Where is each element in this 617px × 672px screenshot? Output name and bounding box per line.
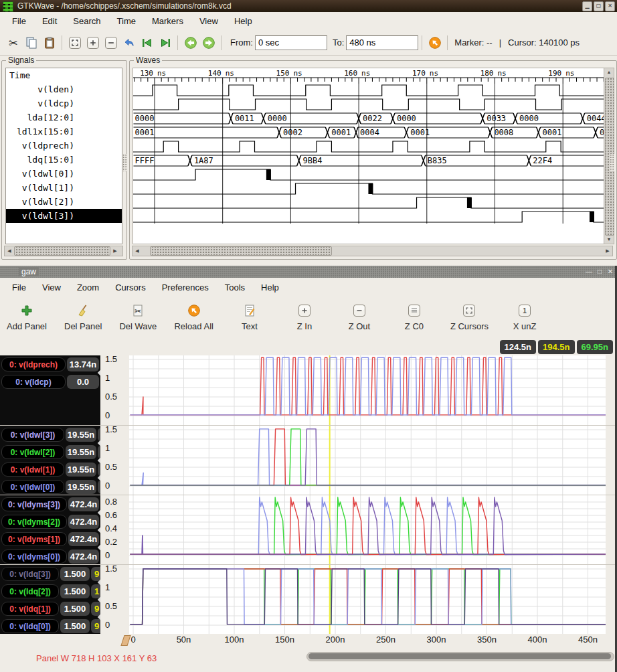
cut-button[interactable]: ✂	[4, 34, 22, 52]
scroll-down-icon[interactable]: ▼	[604, 236, 614, 244]
signal-item-v-ldwl-2[interactable]: v(ldwl[2])	[6, 195, 122, 209]
zoom-in-button[interactable]	[84, 34, 102, 52]
scroll-left-icon[interactable]: ◀	[133, 247, 142, 255]
gaw-menu-preferences[interactable]: Preferences	[154, 280, 217, 295]
waves-hscroll-thumb[interactable]	[150, 246, 332, 256]
svg-text:0000: 0000	[135, 114, 154, 123]
zoom-out-button[interactable]	[102, 34, 120, 52]
copy-button[interactable]	[22, 34, 40, 52]
zoom-in-tool-button[interactable]: Z In	[286, 297, 323, 338]
gaw-hscroll-thumb[interactable]	[308, 653, 611, 659]
jump-start-button[interactable]	[138, 34, 156, 52]
gtkwave-maximize-button[interactable]: ▢	[594, 1, 604, 11]
pane-splitter-right[interactable]	[610, 154, 614, 171]
add-panel-button[interactable]: Add Panel	[7, 297, 47, 338]
signal-item-ldl1x-15-0[interactable]: ldl1x[15:0]	[6, 124, 122, 139]
gtkwave-menu-view[interactable]: View	[191, 13, 226, 29]
signal-item-v-ldwl-1[interactable]: v(ldwl[1])	[6, 181, 122, 195]
gaw-maximize-button[interactable]: □	[595, 268, 604, 275]
zoom-cursors-tool-button[interactable]: Z Cursors	[450, 297, 489, 338]
gaw-menu-tools[interactable]: Tools	[217, 280, 253, 295]
gtkwave-menu-help[interactable]: Help	[226, 13, 260, 29]
signals-hscrollbar[interactable]: ◀ ▶	[4, 246, 123, 256]
x-unzoom-tool-button[interactable]: 1X unZ	[506, 297, 543, 338]
gaw-titlebar[interactable]: gaw — □ ✕	[0, 266, 617, 278]
gaw-menu-view[interactable]: View	[34, 280, 69, 295]
undo-button[interactable]	[120, 34, 138, 52]
to-input[interactable]	[346, 35, 418, 50]
gaw-signal-0-v-ldyms-3[interactable]: 0: v(ldyms[3])	[1, 497, 67, 511]
x-unzoom-tool-icon: 1	[518, 300, 531, 321]
signal-item-v-ldcp[interactable]: v(ldcp)	[6, 96, 122, 110]
signal-item-v-ldwl-0[interactable]: v(ldwl[0])	[6, 167, 122, 181]
gaw-signal-0-v-ldwl-3[interactable]: 0: v(ldwl[3])	[1, 428, 64, 442]
gaw-signal-0-v-ldwl-2[interactable]: 0: v(ldwl[2])	[1, 445, 64, 459]
gaw-signal-0-v-ldq-1[interactable]: 0: v(ldq[1])	[1, 602, 59, 616]
del-panel-button[interactable]: Del Panel	[64, 297, 102, 338]
gaw-signal-0-v-ldq-0[interactable]: 0: v(ldq[0])	[1, 619, 59, 633]
gtkwave-menu-markers[interactable]: Markers	[144, 13, 191, 29]
signal-item-lda-12-0[interactable]: lda[12:0]	[6, 110, 122, 124]
gtkwave-minimize-button[interactable]: ▁	[582, 1, 592, 11]
zoom-out-tool-icon	[353, 300, 366, 321]
gtkwave-menu-search[interactable]: Search	[65, 13, 108, 29]
gtkwave-menu-time[interactable]: Time	[109, 13, 144, 29]
gaw-plot-2[interactable]	[129, 426, 606, 495]
signal-item-v-lden[interactable]: v(lden)	[6, 82, 122, 96]
gaw-signal-0-v-ldq-3[interactable]: 0: v(ldq[3])	[1, 567, 59, 581]
paste-button[interactable]	[40, 34, 58, 52]
gaw-menu-zoom[interactable]: Zoom	[69, 280, 107, 295]
signal-item-v-ldwl-3[interactable]: v(ldwl[3])	[6, 209, 122, 223]
reload-all-button[interactable]: Reload All	[174, 297, 213, 338]
waves-hscrollbar[interactable]: ◀ ▶	[132, 246, 613, 256]
discard-button[interactable]	[426, 34, 444, 52]
svg-text:0001: 0001	[331, 128, 351, 137]
gaw-signal-0-v-ldprech[interactable]: 0: v(ldprech)	[1, 357, 66, 371]
shift-right-button[interactable]	[199, 34, 217, 52]
gaw-close-button[interactable]: ✕	[606, 268, 615, 275]
zoom-c0-tool-button[interactable]: Z C0	[395, 297, 433, 338]
svg-text:130: 130	[140, 69, 153, 78]
zoom-out-tool-button[interactable]: Z Out	[341, 297, 378, 338]
status-message: Panel W 718 H 103 X 161 Y 63	[36, 653, 157, 663]
gaw-signal-value: 19.55n	[66, 480, 96, 494]
gaw-signal-0-v-ldyms-1[interactable]: 0: v(ldyms[1])	[1, 532, 67, 546]
gaw-plot-4[interactable]	[129, 565, 606, 634]
scroll-right-icon[interactable]: ▶	[110, 247, 120, 255]
gaw-signal-0-v-ldq-2[interactable]: 0: v(ldq[2])	[1, 584, 59, 598]
gaw-hscrollbar[interactable]	[306, 652, 614, 661]
gaw-signal-0-v-ldyms-0[interactable]: 0: v(ldyms[0])	[1, 550, 67, 564]
zoom-fit-button[interactable]	[66, 34, 84, 52]
gtkwave-close-button[interactable]: ✕	[605, 1, 615, 11]
scroll-left-icon[interactable]: ◀	[5, 247, 14, 255]
jump-end-button[interactable]	[156, 34, 174, 52]
gaw-signal-0-v-ldyms-2[interactable]: 0: v(ldyms[2])	[1, 515, 67, 529]
signal-item-v-ldprech[interactable]: v(ldprech)	[6, 139, 122, 153]
text-tool-button[interactable]: Text	[231, 297, 268, 338]
x-axis-tick: 200n	[321, 635, 350, 645]
svg-text:ns: ns	[430, 69, 438, 78]
gaw-signal-0-v-ldwl-0[interactable]: 0: v(ldwl[0])	[1, 480, 64, 494]
del-wave-button[interactable]: ✂Del Wave	[119, 297, 157, 338]
signals-frame: Signals Timev(lden)v(ldcp)lda[12:0]ldl1x…	[1, 60, 127, 260]
gaw-signal-0-v-ldcp[interactable]: 0: v(ldcp)	[1, 375, 66, 389]
from-input[interactable]	[255, 35, 327, 50]
gaw-menu-cursors[interactable]: Cursors	[107, 280, 154, 295]
pane-splitter-left[interactable]	[122, 154, 127, 171]
gaw-plot-3[interactable]	[129, 495, 606, 564]
shift-left-button[interactable]	[181, 34, 199, 52]
gaw-menu-help[interactable]: Help	[253, 280, 287, 295]
waves-canvas[interactable]: 130ns140ns150ns160ns170ns180ns190ns00000…	[133, 68, 605, 244]
scroll-right-icon[interactable]: ▶	[603, 247, 612, 255]
gtkwave-menu-file[interactable]: File	[4, 13, 34, 29]
gaw-menu-file[interactable]: File	[4, 280, 34, 295]
gtkwave-titlebar[interactable]: GTKWave - /home/schippes/.xschem/simulat…	[0, 0, 617, 12]
scroll-up-icon[interactable]: ▲	[604, 68, 614, 76]
gtkwave-menu-edit[interactable]: Edit	[34, 13, 65, 29]
signal-item-ldq-15-0[interactable]: ldq[15:0]	[6, 153, 122, 167]
signal-item-time[interactable]: Time	[6, 68, 122, 82]
gaw-plot-1[interactable]	[129, 355, 606, 425]
signals-hscroll-thumb[interactable]	[14, 246, 110, 256]
gaw-signal-0-v-ldwl-1[interactable]: 0: v(ldwl[1])	[1, 463, 64, 477]
gaw-minimize-button[interactable]: —	[584, 268, 594, 275]
